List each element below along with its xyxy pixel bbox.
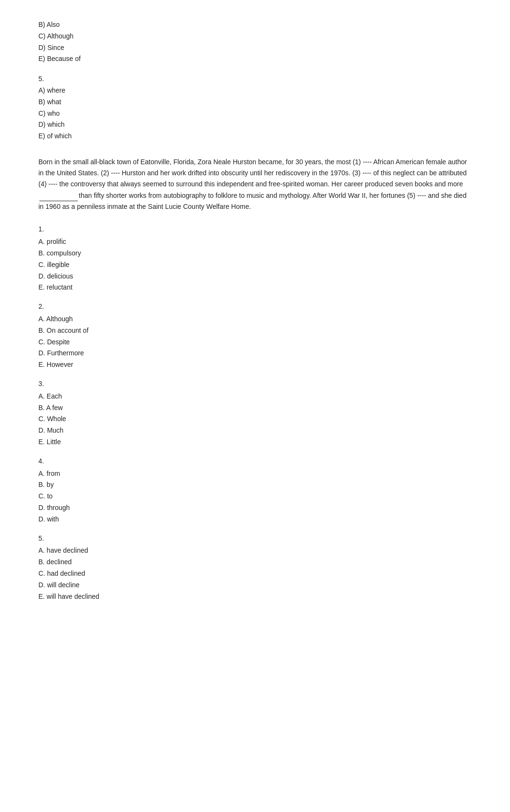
q2-option-b: B. On account of	[38, 325, 472, 337]
q3-option-a: A. Each	[38, 391, 472, 402]
top-q5-option-b: B) what	[38, 97, 472, 108]
passage-text-before: Born in the small all-black town of Eato…	[38, 158, 467, 188]
question-block-4: 4. A. from B. by C. to D. through D. wit…	[38, 456, 472, 525]
question-block-5: 5. A. have declined B. declined C. had d…	[38, 533, 472, 603]
top-option-d: D) Since	[38, 42, 472, 54]
q2-option-e: E. However	[38, 359, 472, 371]
top-q5-option-c: C) who	[38, 108, 472, 120]
top-option-c: C) Although	[38, 31, 472, 42]
q5-number: 5.	[38, 533, 472, 545]
q4-option-a: A. from	[38, 468, 472, 480]
q4-option-e: D. with	[38, 514, 472, 525]
question-block-2: 2. A. Although B. On account of C. Despi…	[38, 301, 472, 371]
q1-option-b: B. compulsory	[38, 248, 472, 259]
q4-number: 4.	[38, 456, 472, 467]
q1-option-d: D. delicious	[38, 271, 472, 282]
q4-option-d: D. through	[38, 502, 472, 514]
questions-section: 1. A. prolific B. compulsory C. illegibl…	[38, 224, 472, 602]
top-option-e: E) Because of	[38, 53, 472, 65]
q2-option-a: A. Although	[38, 314, 472, 325]
top-question5-block: 5. A) where B) what C) who D) which E) o…	[38, 73, 472, 142]
q1-number: 1.	[38, 224, 472, 235]
top-q5-option-e: E) of which	[38, 131, 472, 142]
q3-option-c: C. Whole	[38, 413, 472, 425]
question-block-1: 1. A. prolific B. compulsory C. illegibl…	[38, 224, 472, 293]
passage-text: Born in the small all-black town of Eato…	[38, 157, 472, 212]
top-answer-group: B) Also C) Although D) Since E) Because …	[38, 19, 472, 65]
q1-option-e: E. reluctant	[38, 282, 472, 293]
q1-option-c: C. illegible	[38, 259, 472, 271]
q5-option-b: B. declined	[38, 557, 472, 568]
q5-option-a: A. have declined	[38, 545, 472, 557]
q3-number: 3.	[38, 378, 472, 390]
q3-option-b: B. A few	[38, 402, 472, 414]
top-q5-number: 5.	[38, 73, 472, 85]
top-q5-option-d: D) which	[38, 119, 472, 131]
q3-option-d: D. Much	[38, 425, 472, 436]
passage-section: Born in the small all-black town of Eato…	[38, 157, 472, 212]
q1-option-a: A. prolific	[38, 236, 472, 248]
passage-text-after: than fifty shorter works from autobiogra…	[38, 192, 466, 210]
q5-option-d: D. will decline	[38, 580, 472, 591]
top-options-section: B) Also C) Although D) Since E) Because …	[38, 19, 472, 142]
question-block-3: 3. A. Each B. A few C. Whole D. Much E. …	[38, 378, 472, 448]
q4-option-b: B. by	[38, 479, 472, 491]
passage-gap	[39, 190, 78, 201]
q5-option-e: E. will have declined	[38, 591, 472, 603]
q4-option-c: C. to	[38, 491, 472, 502]
q2-option-c: C. Despite	[38, 337, 472, 348]
q3-option-e: E. Little	[38, 436, 472, 448]
q5-option-c: C. had declined	[38, 568, 472, 580]
top-option-b: B) Also	[38, 19, 472, 31]
q2-number: 2.	[38, 301, 472, 313]
page-content: B) Also C) Although D) Since E) Because …	[0, 0, 510, 639]
top-q5-option-a: A) where	[38, 85, 472, 97]
q2-option-d: D. Furthermore	[38, 348, 472, 359]
